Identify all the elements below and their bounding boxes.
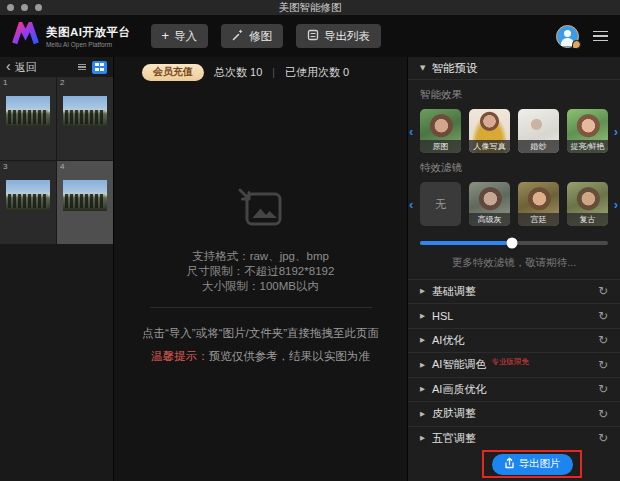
section-hsl[interactable]: ▶ HSL ↻ xyxy=(408,303,620,328)
group-photo-thumbnail xyxy=(6,180,50,211)
toolbar: 美图AI开放平台 Meitu AI Open Platform + 导入 修图 … xyxy=(0,15,620,57)
reset-icon[interactable]: ↻ xyxy=(598,334,608,346)
warm-tip: 温馨提示：预览仅供参考，结果以实图为准 xyxy=(151,349,370,364)
used-count: 已使用次数 0 xyxy=(285,65,349,80)
image-thumbnail-selected[interactable]: 4 xyxy=(57,161,113,244)
slider-thumb[interactable] xyxy=(507,237,518,248)
brand-subtitle: Meitu AI Open Platform xyxy=(46,41,131,48)
adjustment-sections: ▶ 基础调整 ↻ ▶ HSL ↻ ▶ AI优化 ↻ ▶ AI智能调色 专 xyxy=(408,279,620,451)
usage-bar: 会员充值 总次数 10 | 已使用次数 0 xyxy=(114,57,407,79)
drop-hint: 点击“导入”或将“图片/文件夹”直接拖拽至此页面 xyxy=(142,326,379,341)
retouch-button[interactable]: 修图 xyxy=(221,24,283,48)
avatar-person-icon xyxy=(564,30,571,37)
reset-icon[interactable]: ↻ xyxy=(598,310,608,322)
sidebar: ‹ 返回 1 2 3 xyxy=(0,57,113,481)
brand-name: 美图AI开放平台 xyxy=(46,25,131,40)
filters-carousel: ‹ 无 高级灰 宫廷 复古 › xyxy=(420,182,608,226)
effect-filters-label: 特效滤镜 xyxy=(420,161,608,175)
titlebar: 美图智能修图 xyxy=(0,0,620,15)
user-avatar[interactable] xyxy=(556,25,579,48)
smart-effects-label: 智能效果 xyxy=(420,88,608,102)
window-title: 美图智能修图 xyxy=(0,1,620,15)
chevron-right-icon: ▶ xyxy=(420,434,425,442)
pro-free-badge: 专业版限免 xyxy=(491,357,529,367)
back-button[interactable]: ‹ 返回 xyxy=(6,60,37,75)
menu-icon[interactable] xyxy=(593,31,608,42)
export-icon xyxy=(504,457,515,471)
chevron-right-icon: ▶ xyxy=(420,361,425,369)
image-thumbnail[interactable]: 3 xyxy=(0,161,56,244)
filter-advanced-gray[interactable]: 高级灰 xyxy=(469,182,510,226)
import-image-icon xyxy=(236,187,286,235)
preset-brighten-vivid[interactable]: 提亮/鲜艳 xyxy=(567,109,608,153)
export-image-button[interactable]: 导出图片 xyxy=(492,454,573,475)
list-document-icon xyxy=(307,29,319,43)
filter-strength-slider[interactable] xyxy=(420,237,608,248)
vip-badge-icon xyxy=(572,40,581,49)
grid-view-toggle[interactable] xyxy=(92,61,107,74)
filter-retro[interactable]: 复古 xyxy=(567,182,608,226)
divider xyxy=(150,307,372,308)
export-row: 导出图片 xyxy=(408,450,620,481)
import-dropzone[interactable]: 支持格式：raw、jpg、bmp 尺寸限制：不超过8192*8192 大小限制：… xyxy=(114,79,407,481)
member-recharge-button[interactable]: 会员充值 xyxy=(142,64,204,81)
more-filters-note: 更多特效滤镜，敬请期待... xyxy=(408,256,620,270)
chevron-right-icon: ▶ xyxy=(420,336,425,344)
list-icon xyxy=(78,63,86,71)
list-view-toggle[interactable] xyxy=(74,61,89,74)
filter-palace[interactable]: 宫廷 xyxy=(518,182,559,226)
group-photo-thumbnail xyxy=(6,96,50,127)
plus-icon: + xyxy=(162,29,170,42)
chevron-right-icon: ▶ xyxy=(420,312,425,320)
reset-icon[interactable]: ↻ xyxy=(598,359,608,371)
image-thumbnail[interactable]: 2 xyxy=(57,77,113,160)
workspace: 会员充值 总次数 10 | 已使用次数 0 支持格式：raw、jpg、bmp 尺… xyxy=(113,57,408,481)
chevron-right-icon: ▶ xyxy=(420,385,425,393)
section-ai-color-grading[interactable]: ▶ AI智能调色 专业版限免 ↻ xyxy=(408,352,620,377)
section-smart-presets[interactable]: ▼ 智能预设 xyxy=(408,57,620,80)
brand-logo: 美图AI开放平台 Meitu AI Open Platform xyxy=(12,22,131,50)
section-basic-adjustment[interactable]: ▶ 基础调整 ↻ xyxy=(408,279,620,304)
chevron-right-icon: ▶ xyxy=(420,410,425,418)
group-photo-thumbnail xyxy=(63,180,107,211)
supported-formats: 支持格式：raw、jpg、bmp xyxy=(192,249,329,264)
grid-icon xyxy=(95,63,104,72)
section-ai-optimize[interactable]: ▶ AI优化 ↻ xyxy=(408,328,620,353)
carousel-next-icon[interactable]: › xyxy=(614,124,618,139)
group-photo-thumbnail xyxy=(63,96,107,127)
chevron-right-icon: ▶ xyxy=(420,287,425,295)
wand-icon xyxy=(232,29,244,43)
reset-icon[interactable]: ↻ xyxy=(598,383,608,395)
carousel-prev-icon[interactable]: ‹ xyxy=(409,124,413,139)
thumbnail-grid: 1 2 3 4 xyxy=(0,77,113,244)
carousel-prev-icon[interactable]: ‹ xyxy=(409,197,413,212)
export-list-button[interactable]: 导出列表 xyxy=(296,24,381,48)
app-window: 美图智能修图 美图AI开放平台 Meitu AI Open Platform +… xyxy=(0,0,620,481)
filter-none[interactable]: 无 xyxy=(420,182,461,226)
section-skin-adjustment[interactable]: ▶ 皮肤调整 ↻ xyxy=(408,401,620,426)
preset-portrait[interactable]: 人像写真 xyxy=(469,109,510,153)
reset-icon[interactable]: ↻ xyxy=(598,432,608,444)
highlight-annotation-box: 导出图片 xyxy=(482,450,582,478)
presets-carousel: ‹ 原图 人像写真 婚纱 提亮/鲜艳 › xyxy=(420,109,608,153)
adjustments-panel: ▼ 智能预设 智能效果 ‹ 原图 人像写真 婚纱 提亮/鲜艳 › xyxy=(408,57,620,481)
total-count: 总次数 10 xyxy=(214,65,262,80)
chevron-left-icon: ‹ xyxy=(6,59,11,73)
image-thumbnail[interactable]: 1 xyxy=(0,77,56,160)
size-limit: 大小限制：100MB以内 xyxy=(202,279,319,294)
slider-fill xyxy=(420,241,512,245)
meitu-logo-icon xyxy=(12,22,39,50)
preset-original[interactable]: 原图 xyxy=(420,109,461,153)
section-ai-quality[interactable]: ▶ AI画质优化 ↻ xyxy=(408,377,620,402)
section-facial-adjustment[interactable]: ▶ 五官调整 ↻ xyxy=(408,426,620,451)
preset-wedding[interactable]: 婚纱 xyxy=(518,109,559,153)
chevron-down-icon: ▼ xyxy=(420,64,425,72)
reset-icon[interactable]: ↻ xyxy=(598,285,608,297)
import-button[interactable]: + 导入 xyxy=(151,24,209,48)
reset-icon[interactable]: ↻ xyxy=(598,408,608,420)
dimension-limit: 尺寸限制：不超过8192*8192 xyxy=(187,264,335,279)
carousel-next-icon[interactable]: › xyxy=(614,197,618,212)
